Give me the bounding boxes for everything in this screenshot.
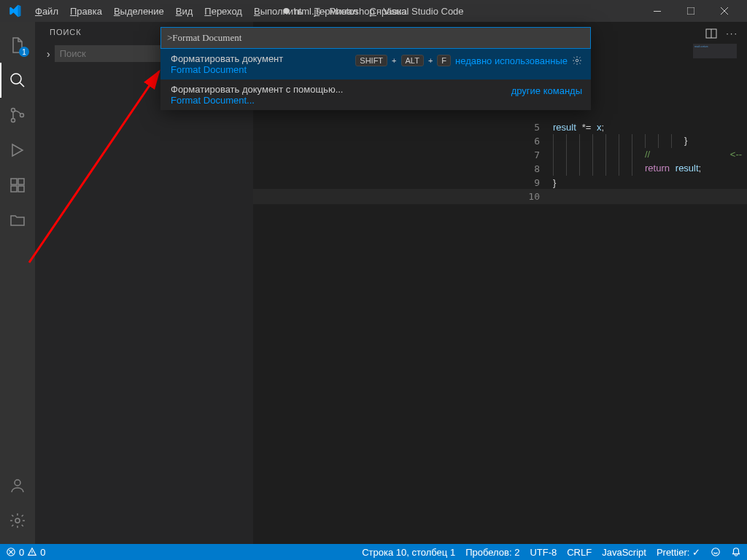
svg-rect-9	[18, 179, 24, 184]
palette-item-format-document-with[interactable]: Форматировать документ с помощью... Form…	[160, 79, 591, 110]
menu-edit[interactable]: Правка	[64, 3, 108, 20]
menu-selection[interactable]: Выделение	[108, 3, 170, 20]
svg-point-16	[712, 548, 720, 556]
line-number: 6	[254, 136, 553, 147]
svg-rect-8	[18, 186, 24, 192]
status-lang[interactable]: JavaScript	[602, 547, 646, 558]
menu-go[interactable]: Переход	[198, 3, 248, 20]
run-debug-icon[interactable]	[0, 133, 35, 168]
status-spaces[interactable]: Пробелов: 2	[465, 547, 519, 558]
editor-controls: ···	[705, 28, 738, 39]
activity-bar: 1	[0, 22, 35, 544]
source-control-icon[interactable]	[0, 98, 35, 133]
key-alt: ALT	[401, 55, 424, 66]
minimize-button[interactable]	[640, 0, 674, 22]
menu-view[interactable]: Вид	[170, 3, 199, 20]
status-prettier[interactable]: Prettier: ✓	[657, 547, 700, 558]
line-number: 5	[254, 122, 553, 133]
status-warnings[interactable]: 0	[27, 547, 45, 558]
status-eol[interactable]: CRLF	[567, 547, 592, 558]
svg-point-13	[576, 59, 578, 62]
explorer-icon[interactable]: 1	[0, 28, 35, 63]
menu-file[interactable]: Файл	[29, 3, 64, 20]
status-bar: 0 0 Строка 10, столбец 1 Пробелов: 2 UTF…	[0, 544, 747, 560]
svg-point-10	[15, 480, 20, 486]
maximize-button[interactable]	[674, 0, 708, 22]
vscode-logo-icon	[6, 2, 23, 20]
svg-point-3	[12, 109, 15, 112]
window-controls	[640, 0, 741, 22]
accounts-icon[interactable]	[0, 468, 35, 503]
line-number: 10	[254, 191, 553, 202]
svg-point-5	[20, 114, 24, 117]
line-number: 7	[254, 149, 553, 160]
status-encoding[interactable]: UTF-8	[530, 547, 557, 558]
more-icon[interactable]: ···	[726, 28, 738, 39]
svg-point-2	[11, 74, 21, 84]
unsaved-dot-icon	[283, 8, 289, 14]
extensions-icon[interactable]	[0, 168, 35, 203]
svg-rect-1	[687, 7, 694, 15]
settings-gear-icon[interactable]	[0, 503, 35, 538]
status-bell-icon[interactable]	[731, 547, 741, 557]
minimap[interactable]: result x return	[693, 44, 737, 58]
svg-point-11	[15, 518, 20, 523]
svg-point-4	[12, 119, 15, 122]
status-feedback-icon[interactable]	[711, 547, 721, 557]
close-button[interactable]	[708, 0, 741, 22]
folder-icon[interactable]	[0, 203, 35, 238]
status-errors[interactable]: 0	[6, 547, 24, 558]
split-editor-icon[interactable]	[705, 28, 717, 39]
window-title-text: html.js - Photoshop - Visual Studio Code	[293, 6, 463, 17]
status-cursor[interactable]: Строка 10, столбец 1	[362, 547, 455, 558]
line-number: 9	[254, 177, 553, 188]
gear-icon[interactable]	[572, 55, 582, 66]
svg-rect-6	[11, 179, 17, 184]
line-number: 8	[254, 163, 553, 174]
titlebar: Файл Правка Выделение Вид Переход Выполн…	[0, 0, 747, 22]
explorer-badge: 1	[19, 47, 29, 57]
palette-item-format-document[interactable]: Форматировать документ Format Document S…	[160, 49, 591, 79]
key-shift: SHIFT	[355, 55, 387, 66]
svg-rect-7	[11, 186, 17, 192]
palette-hint: недавно использованные	[455, 55, 568, 66]
command-palette: Форматировать документ Format Document S…	[160, 27, 591, 110]
key-f: F	[437, 55, 451, 66]
search-icon[interactable]	[0, 63, 35, 98]
svg-rect-0	[654, 11, 661, 12]
window-title: html.js - Photoshop - Visual Studio Code	[283, 6, 463, 17]
chevron-right-icon[interactable]: ›	[47, 48, 50, 60]
command-palette-input[interactable]	[160, 27, 591, 49]
palette-hint: другие команды	[511, 85, 582, 96]
